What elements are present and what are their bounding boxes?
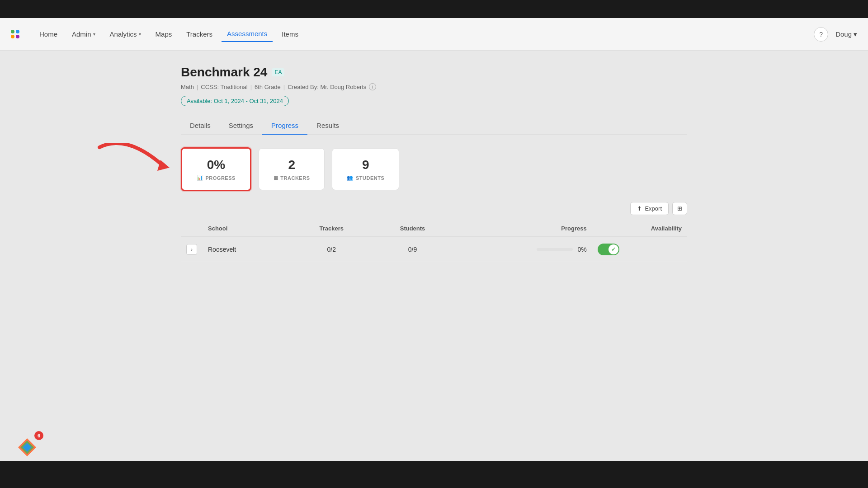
grade-label: 6th Grade [255, 84, 281, 90]
row-expand-button[interactable]: › [186, 244, 197, 255]
students-value: 9 [347, 158, 384, 172]
page-title: Benchmark 24 [181, 65, 267, 80]
row-school-cell: Roosevelt [203, 237, 292, 262]
bar-chart-icon: 📊 [197, 175, 203, 181]
th-school: School [203, 221, 292, 237]
created-by-label: Created By: Mr. Doug Roberts [288, 84, 366, 90]
top-black-bar [0, 0, 868, 18]
nav-analytics-label: Analytics [110, 30, 137, 38]
tab-progress-label: Progress [271, 122, 298, 129]
logo-dot-green [11, 30, 14, 33]
toggle-knob: ✓ [609, 244, 618, 254]
trackers-value: 2 [274, 158, 310, 172]
tabs-container: Details Settings Progress Results [181, 117, 687, 135]
availability-toggle[interactable]: ✓ [598, 244, 619, 255]
students-label: 👥 STUDENTS [347, 175, 384, 181]
svg-marker-0 [157, 160, 170, 171]
row-availability-cell: ✓ [592, 237, 687, 262]
toggle-check-icon: ✓ [611, 246, 616, 253]
trackers-label: ▦ TRACKERS [274, 175, 310, 181]
page-title-row: Benchmark 24 EA [181, 65, 687, 80]
admin-chevron-icon: ▾ [93, 32, 95, 37]
tab-settings-label: Settings [229, 122, 253, 129]
grid-view-button[interactable]: ⊞ [672, 202, 687, 215]
notification-icon: 6 [14, 434, 41, 461]
row-students-cell: 0/9 [372, 237, 454, 262]
nav-assessments[interactable]: Assessments [222, 26, 273, 42]
progress-stat-card[interactable]: 0% 📊 PROGRESS [181, 147, 251, 191]
notification-badge: 6 [34, 431, 43, 440]
logo-dot-purple [16, 35, 19, 38]
th-progress-label: Progress [561, 225, 586, 232]
nav-admin[interactable]: Admin ▾ [66, 27, 101, 42]
progress-bar-container: 0% [459, 246, 586, 253]
separator2: | [250, 84, 252, 90]
tab-results-label: Results [316, 122, 339, 129]
nav-home[interactable]: Home [34, 27, 63, 42]
tab-progress[interactable]: Progress [262, 117, 307, 135]
trackers-stat-card[interactable]: 2 ▦ TRACKERS [259, 148, 325, 190]
table-row: › Roosevelt 0/2 0/9 0% [181, 237, 687, 262]
nav-right: ? Doug ▾ [814, 27, 857, 42]
progress-label: 📊 PROGRESS [197, 175, 236, 181]
help-button[interactable]: ? [814, 27, 828, 42]
user-menu-button[interactable]: Doug ▾ [835, 30, 857, 38]
info-icon[interactable]: i [369, 83, 376, 90]
nav-analytics[interactable]: Analytics ▾ [104, 27, 146, 42]
user-chevron-icon: ▾ [854, 30, 857, 38]
progress-value: 0% [197, 158, 236, 172]
stats-section: 0% 📊 PROGRESS 2 ▦ TRACKERS 9 👥 ST [181, 147, 687, 191]
trackers-label-text: TRACKERS [280, 175, 310, 181]
help-icon: ? [819, 31, 823, 38]
grid-view-icon: ⊞ [677, 205, 682, 212]
notification-count: 6 [38, 433, 40, 438]
nav-admin-label: Admin [72, 30, 91, 38]
tab-details[interactable]: Details [181, 117, 220, 135]
arrow-annotation [90, 143, 194, 190]
nav-trackers-label: Trackers [186, 30, 212, 38]
students-stat-card[interactable]: 9 👥 STUDENTS [332, 148, 399, 190]
th-availability: Availability [592, 221, 687, 237]
export-icon: ⬆ [637, 205, 642, 212]
nav-home-label: Home [39, 30, 57, 38]
bottom-notification[interactable]: 6 [14, 434, 41, 461]
table-body: › Roosevelt 0/2 0/9 0% [181, 237, 687, 262]
students-value: 0/9 [408, 246, 417, 253]
tab-details-label: Details [190, 122, 211, 129]
logo-dot-orange [11, 35, 14, 38]
logo-dots [11, 30, 19, 38]
logo[interactable] [11, 30, 19, 38]
people-icon: 👥 [347, 175, 354, 181]
nav-maps[interactable]: Maps [150, 27, 178, 42]
th-school-label: School [208, 225, 227, 232]
th-trackers-label: Trackers [320, 225, 344, 232]
th-expand [181, 221, 203, 237]
school-name: Roosevelt [208, 246, 236, 253]
availability-label: Available: Oct 1, 2024 - Oct 31, 2024 [187, 98, 283, 104]
progress-bar [537, 248, 573, 251]
nav-items-label: Items [282, 30, 298, 38]
nav-maps-label: Maps [156, 30, 172, 38]
availability-badge: Available: Oct 1, 2024 - Oct 31, 2024 [181, 96, 289, 106]
nav-trackers[interactable]: Trackers [181, 27, 218, 42]
analytics-chevron-icon: ▾ [139, 32, 141, 37]
tab-settings[interactable]: Settings [220, 117, 262, 135]
th-students-label: Students [400, 225, 425, 232]
table-header: School Trackers Students Progress Availa… [181, 221, 687, 237]
meta-line: Math | CCSS: Traditional | 6th Grade | C… [181, 83, 687, 90]
trackers-value: 0/2 [327, 246, 336, 253]
tab-results[interactable]: Results [307, 117, 348, 135]
main-content: Benchmark 24 EA Math | CCSS: Traditional… [0, 51, 868, 277]
grid-icon: ▦ [274, 175, 278, 181]
row-trackers-cell: 0/2 [292, 237, 372, 262]
nav-items: Home Admin ▾ Analytics ▾ Maps Trackers A… [34, 26, 814, 42]
th-trackers: Trackers [292, 221, 372, 237]
progress-pct-label: 0% [577, 246, 586, 253]
separator1: | [197, 84, 198, 90]
th-availability-label: Availability [651, 225, 682, 232]
export-button[interactable]: ⬆ Export [630, 202, 669, 215]
stats-row: 0% 📊 PROGRESS 2 ▦ TRACKERS 9 👥 ST [181, 147, 687, 191]
nav-items[interactable]: Items [276, 27, 304, 42]
user-name-label: Doug [835, 30, 852, 38]
separator3: | [283, 84, 285, 90]
